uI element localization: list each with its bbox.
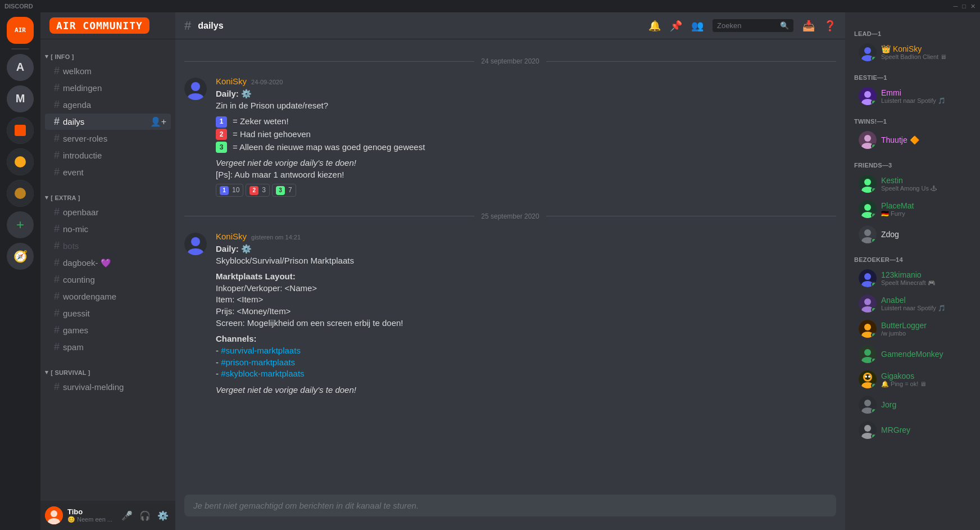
member-info-placemat: PlaceMat 🇩🇪 Furry — [881, 201, 971, 218]
member-item-anabel[interactable]: Anabel Luistert naar Spotify 🎵 — [850, 291, 976, 316]
member-item-emmi[interactable]: Emmi Luistert naar Spotify 🎵 — [850, 84, 976, 108]
server-icon-6[interactable] — [7, 180, 34, 207]
channel-item-woordengame[interactable]: # woordengame — [45, 288, 171, 305]
svg-point-20 — [864, 47, 871, 54]
divider-line — [546, 216, 836, 216]
poll-text-3: = Alleen de nieuwe map was goed genoeg g… — [233, 142, 425, 153]
reaction-2[interactable]: 2 3 — [246, 184, 270, 197]
messages-area[interactable]: 24 september 2020 KoniSky 24-09-2020 — [175, 39, 845, 495]
svg-point-41 — [864, 298, 871, 305]
channel-item-spam[interactable]: # spam — [45, 339, 171, 355]
server-header[interactable]: AIR COMMUNITY — [40, 12, 175, 39]
settings-button[interactable]: ⚙️ — [155, 508, 171, 523]
channel-item-counting[interactable]: # counting — [45, 271, 171, 288]
server-icon-2[interactable]: A — [7, 54, 34, 81]
member-name-anabel: Anabel — [881, 296, 971, 305]
member-item-thuutje[interactable]: Thuutje 🔶 — [850, 128, 976, 152]
reaction-3[interactable]: 3 7 — [272, 184, 296, 197]
message-header-2: KoniSky gisteren om 14:21 — [216, 232, 836, 241]
status-dot — [871, 56, 877, 61]
members-icon[interactable]: 👥 — [691, 20, 704, 32]
member-item-jorg[interactable]: Jorg — [850, 392, 976, 417]
member-item-mrgrey[interactable]: MRGrey — [850, 418, 976, 442]
channel-item-survival-melding[interactable]: # survival-melding — [45, 379, 171, 395]
member-name-kestin: Kestin — [881, 176, 971, 185]
mute-button[interactable]: 🎤 — [119, 508, 135, 523]
message-content-2: KoniSky gisteren om 14:21 Daily: ⚙️ Skyb… — [216, 232, 836, 396]
message-header-1: KoniSky 24-09-2020 — [216, 76, 836, 86]
server-icon-4[interactable] — [7, 117, 34, 144]
divider-line — [184, 61, 474, 62]
server-icon-5[interactable] — [7, 148, 34, 175]
inbox-icon[interactable]: 📥 — [802, 20, 815, 32]
survival-marktplaats-link[interactable]: #survival-marktplaats — [221, 346, 301, 355]
channel-category-info[interactable]: ▾ [ INFO ] — [40, 44, 175, 62]
member-item-butterlogger[interactable]: ButterLogger /w jumbo — [850, 316, 976, 341]
discover-servers-button[interactable]: 🧭 — [7, 243, 34, 270]
message-author-2: KoniSky — [216, 232, 247, 241]
member-item-gamendemonkey[interactable]: GamendeMonkey — [850, 342, 976, 366]
channel-item-server-roles[interactable]: # server-roles — [45, 130, 171, 147]
poll-option-1: 1 = Zeker weten! — [216, 116, 836, 128]
status-dot — [871, 187, 877, 193]
member-item-zdog[interactable]: Zdog — [850, 222, 976, 247]
channel-item-guessit[interactable]: # guessit — [45, 305, 171, 321]
status-dot — [871, 357, 877, 363]
member-avatar-anabel — [859, 295, 877, 312]
main-content: # dailys 🔔 📌 👥 Zoeken 🔍 📥 ❓ 24 september… — [175, 12, 845, 530]
msg2-line1: Skyblock/Survival/Prison Marktplaats — [216, 255, 836, 267]
message-input-box[interactable]: Je bent niet gemachtigd om berichten in … — [184, 495, 836, 517]
channel-item-bots[interactable]: # bots — [45, 238, 171, 254]
member-item-kestin[interactable]: Kestin Speelt Among Us 🕹 — [850, 171, 976, 196]
hash-icon: # — [54, 99, 60, 111]
reaction-1[interactable]: 1 10 — [216, 184, 243, 197]
member-item-konisky[interactable]: 👑 KoniSky Speelt Badlion Client 🖥 — [850, 40, 976, 65]
maximize-btn[interactable]: □ — [962, 3, 966, 10]
message-input-placeholder: Je bent niet gemachtigd om berichten in … — [193, 501, 419, 510]
channel-category-survival[interactable]: ▾ [ SURVIVAL ] — [40, 360, 175, 378]
channel-category-extra[interactable]: ▾ [ EXTRA ] — [40, 185, 175, 203]
channel-item-dagboek[interactable]: # dagboek- 💜 — [45, 255, 171, 271]
svg-point-9 — [15, 188, 26, 199]
channel-item-no-mic[interactable]: # no-mic — [45, 221, 171, 237]
svg-point-53 — [868, 375, 870, 378]
channel-item-welkom[interactable]: # welkom — [45, 63, 171, 79]
server-name: AIR COMMUNITY — [49, 17, 149, 34]
add-member-icon[interactable]: 👤+ — [150, 116, 166, 127]
channel-item-meldingen[interactable]: # meldingen — [45, 80, 171, 96]
member-item-123kimanio[interactable]: 123kimanio Speelt Minecraft 🎮 — [850, 266, 976, 291]
member-info-thuutje: Thuutje 🔶 — [881, 135, 971, 144]
titlebar: DISCORD ─ □ ✕ — [0, 0, 980, 12]
member-sub-kestin: Speelt Among Us 🕹 — [881, 185, 971, 192]
search-box[interactable]: Zoeken 🔍 — [713, 19, 793, 32]
member-avatar-konisky — [859, 43, 877, 61]
member-item-gigakoos[interactable]: Gigakoos 🔔 Ping = ok! 🖥 — [850, 367, 976, 392]
prison-marktplaats-link[interactable]: #prison-marktplaats — [221, 357, 295, 367]
channel-item-agenda[interactable]: # agenda — [45, 97, 171, 113]
svg-point-23 — [864, 91, 871, 98]
channel-item-openbaar[interactable]: # openbaar — [45, 204, 171, 220]
server-icon-air-community[interactable]: AIR — [7, 17, 34, 44]
channel-item-games[interactable]: # games — [45, 322, 171, 338]
chevron-down-icon: ▾ — [45, 369, 48, 376]
member-item-placemat[interactable]: PlaceMat 🇩🇪 Furry — [850, 197, 976, 221]
channel-item-dailys[interactable]: # dailys 👤+ — [45, 114, 171, 130]
server-icon-3[interactable]: M — [7, 85, 34, 112]
close-btn[interactable]: ✕ — [970, 3, 976, 10]
help-icon[interactable]: ❓ — [824, 20, 836, 32]
deafen-button[interactable]: 🎧 — [137, 508, 153, 523]
skyblock-marktplaats-link[interactable]: #skyblock-marktplaats — [221, 369, 304, 378]
message-content-1: KoniSky 24-09-2020 Daily: ⚙️ Zin in de P… — [216, 76, 836, 197]
user-avatar — [45, 506, 63, 524]
bell-icon[interactable]: 🔔 — [648, 20, 661, 32]
svg-point-35 — [864, 229, 871, 236]
member-info-123kimanio: 123kimanio Speelt Minecraft 🎮 — [881, 270, 971, 287]
add-server-button[interactable]: + — [7, 211, 34, 238]
message-group-2: KoniSky gisteren om 14:21 Daily: ⚙️ Skyb… — [175, 229, 845, 398]
pin-icon[interactable]: 📌 — [670, 20, 682, 32]
channel-item-introductie[interactable]: # introductie — [45, 147, 171, 164]
minimize-btn[interactable]: ─ — [954, 3, 958, 10]
msg2-layout-2: Item: <Item> — [216, 294, 836, 306]
daily-label-1: Daily: ⚙️ — [216, 88, 836, 100]
channel-item-event[interactable]: # event — [45, 164, 171, 180]
